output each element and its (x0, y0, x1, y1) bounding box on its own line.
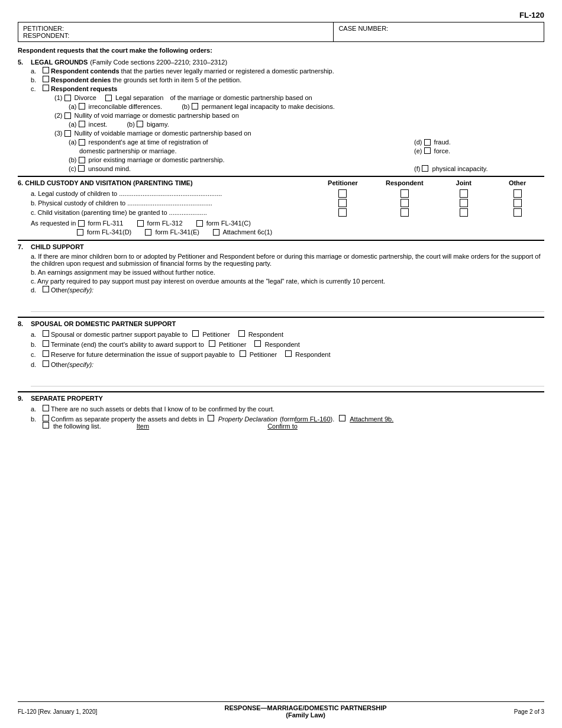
physical-custody-other-cb[interactable] (513, 199, 522, 207)
following-list-checkbox[interactable] (43, 422, 49, 429)
attachment6c1-checkbox[interactable] (213, 229, 219, 236)
confirm-to-label: Confirm to (267, 423, 298, 430)
physical-custody-joint-cb[interactable] (460, 199, 468, 207)
section8-a-respondent: Respondent (248, 331, 283, 338)
legal-sep-checkbox[interactable] (105, 95, 112, 101)
fl160-link[interactable]: form FL-160 (295, 415, 331, 423)
section8-a-pet-checkbox[interactable] (192, 330, 199, 337)
section9-title: SEPARATE PROPERTY (31, 395, 103, 402)
fl341c-label: form FL-341(C) (206, 220, 251, 227)
fl341d-label: form FL-341(D) (87, 228, 131, 236)
section7-num: 7. (18, 243, 31, 250)
nullity-void-checkbox[interactable] (64, 112, 71, 119)
section8-c-respondent: Respondent (295, 351, 330, 358)
prior-existing-checkbox[interactable] (79, 157, 85, 163)
section8-a-checkbox[interactable] (43, 330, 49, 337)
section6-title: CHILD CUSTODY AND VISITATION (PARENTING … (25, 179, 192, 186)
divorce-checkbox[interactable] (64, 95, 71, 101)
case-number-label: CASE NUMBER: (338, 25, 539, 32)
5c-label: c. (31, 85, 43, 92)
section7-d-specify: (specify): (67, 286, 94, 294)
section9-b-label: b. (31, 415, 43, 423)
visitation-petitioner-cb[interactable] (338, 208, 347, 217)
attachment9b-label: Attachment 9b. (350, 415, 393, 423)
fl341c-checkbox[interactable] (196, 220, 203, 227)
visitation-joint-cb[interactable] (460, 208, 468, 217)
section8-title: SPOUSAL OR DOMESTIC PARTNER SUPPORT (31, 320, 176, 327)
fl341e-label: form FL-341(E) (155, 228, 199, 236)
nullity-voidable-checkbox[interactable] (64, 130, 71, 137)
section9-b-checkbox[interactable] (43, 415, 49, 421)
incest-checkbox[interactable] (79, 121, 85, 127)
footer-title-line1: RESPONSE—MARRIAGE/DOMESTIC PARTNERSHIP (224, 704, 386, 711)
fl341d-checkbox[interactable] (77, 229, 83, 236)
section8-d-text: Other (51, 361, 67, 368)
section7-c-text: Any party required to pay support must p… (37, 278, 385, 285)
5b-checkbox[interactable] (43, 76, 49, 82)
footer-page: Page 2 of 3 (514, 708, 544, 715)
legal-custody-petitioner-cb[interactable] (338, 189, 347, 198)
visitation-other-cb[interactable] (513, 208, 522, 217)
nullity-void-text: Nullity of void marriage or domestic par… (75, 112, 239, 119)
bigamy-text: bigamy. (147, 121, 169, 128)
section7-d-checkbox[interactable] (43, 286, 49, 292)
section8-b-checkbox[interactable] (43, 340, 49, 347)
col-respondent-header: Respondent (372, 179, 437, 186)
petitioner-label: PETITIONER: (23, 25, 328, 32)
fraud-checkbox[interactable] (424, 139, 431, 146)
legal-custody-respondent-cb[interactable] (400, 189, 409, 198)
section9-num: 9. (18, 395, 31, 402)
footer: FL-120 [Rev. January 1, 2020] RESPONSE—M… (18, 701, 544, 719)
3d-sub: (d) (414, 138, 422, 146)
3f-sub: (f) (414, 165, 420, 172)
section7-d-text: Other (51, 286, 67, 294)
section6-num: 6. (18, 179, 23, 186)
unsound-checkbox[interactable] (78, 165, 85, 172)
item1-label: (1) (54, 94, 62, 101)
section8-b-respondent: Respondent (264, 341, 299, 348)
3c-sub: (c) (69, 165, 76, 172)
section7-d-label: d. (31, 286, 43, 294)
section8-a-resp-checkbox[interactable] (238, 330, 245, 337)
5c-checkbox[interactable] (43, 85, 49, 91)
5a-label: a. (31, 67, 43, 75)
fl311-label: form FL-311 (88, 220, 124, 227)
3a-sub: (a) (69, 138, 76, 146)
property-decl-checkbox[interactable] (208, 415, 214, 421)
attachment9b-checkbox[interactable] (339, 415, 345, 421)
respondent-age-text: respondent's age at time of registration… (89, 138, 208, 146)
irreconcilable-text: irreconcilable differences. (89, 103, 163, 110)
physical-custody-petitioner-cb[interactable] (338, 199, 347, 207)
section8-d-specify: (specify): (67, 361, 94, 368)
as-requested-label: As requested in (31, 220, 76, 227)
legal-custody-other-cb[interactable] (513, 189, 522, 198)
force-text: force. (434, 147, 451, 154)
5a-checkbox[interactable] (43, 67, 49, 73)
1b-sub: (b) (182, 103, 189, 110)
visitation-respondent-cb[interactable] (400, 208, 409, 217)
section8-a-text: Spousal or domestic partner support paya… (51, 331, 188, 338)
section8-c-checkbox[interactable] (43, 350, 49, 357)
physical-custody-respondent-cb[interactable] (400, 199, 409, 207)
fl311-checkbox[interactable] (78, 220, 85, 227)
fl341e-checkbox[interactable] (145, 229, 151, 236)
section8-b-pet-checkbox[interactable] (209, 340, 215, 347)
physical-checkbox[interactable] (422, 165, 428, 172)
force-checkbox[interactable] (424, 147, 431, 154)
section8-a-petitioner: Petitioner (202, 331, 230, 338)
section8-c-pet-checkbox[interactable] (240, 350, 246, 357)
incest-text: incest. (89, 121, 108, 128)
3e-sub: (e) (414, 147, 422, 154)
irreconcilable-checkbox[interactable] (79, 103, 85, 109)
bigamy-checkbox[interactable] (137, 121, 143, 127)
section9-a-label: a. (31, 405, 43, 413)
section8-d-checkbox[interactable] (43, 360, 49, 367)
permanent-checkbox[interactable] (192, 103, 198, 109)
fl312-checkbox[interactable] (137, 220, 144, 227)
footer-title-line2: (Family Law) (224, 711, 386, 719)
legal-custody-joint-cb[interactable] (460, 189, 468, 198)
section8-b-resp-checkbox[interactable] (254, 340, 261, 347)
section9-a-checkbox[interactable] (43, 405, 49, 411)
respondent-age-checkbox[interactable] (79, 139, 85, 146)
section8-c-resp-checkbox[interactable] (285, 350, 292, 357)
